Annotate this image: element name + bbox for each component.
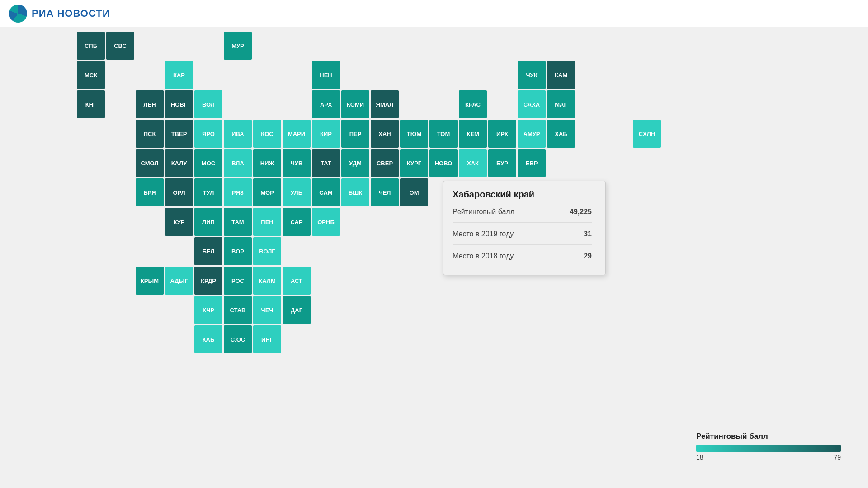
- cell-om[interactable]: ОМ: [400, 178, 428, 206]
- cell-arh[interactable]: АРХ: [312, 90, 340, 118]
- cell-mur[interactable]: МУР: [224, 32, 252, 60]
- cell-kos[interactable]: КОС: [253, 120, 281, 148]
- tooltip-label-2019: Место в 2019 году: [453, 230, 514, 238]
- cell-spb[interactable]: СПБ: [77, 32, 105, 60]
- cell-sos[interactable]: С.ОС: [224, 325, 252, 353]
- tooltip-box: Хабаровский край Рейтинговый балл 49,225…: [443, 181, 606, 275]
- cell-chel[interactable]: ЧЕЛ: [371, 178, 399, 206]
- cell-sam[interactable]: САМ: [312, 178, 340, 206]
- cell-krym[interactable]: КРЫМ: [136, 267, 164, 295]
- tooltip-title: Хабаровский край: [453, 189, 592, 200]
- cell-kurg[interactable]: КУРГ: [400, 149, 428, 177]
- cell-bur[interactable]: БУР: [488, 149, 516, 177]
- cell-kem[interactable]: КЕМ: [459, 120, 487, 148]
- cell-kng[interactable]: КНГ: [77, 90, 105, 118]
- header: РИА НОВОСТИ: [0, 0, 868, 27]
- cell-volg[interactable]: ВОЛГ: [253, 237, 281, 265]
- cell-orl[interactable]: ОРЛ: [165, 178, 193, 206]
- cell-lip[interactable]: ЛИП: [194, 208, 222, 236]
- cell-bry[interactable]: БРЯ: [136, 178, 164, 206]
- map-container: СПБСВСМУРМСККАРНЕНЧУККАМКНГЛЕННОВГВОЛАРХ…: [72, 32, 868, 488]
- cell-yaro[interactable]: ЯРО: [194, 120, 222, 148]
- cell-vor[interactable]: ВОР: [224, 237, 252, 265]
- cell-tver[interactable]: ТВЕР: [165, 120, 193, 148]
- cell-novo[interactable]: НОВО: [429, 149, 458, 177]
- cell-kar[interactable]: КАР: [165, 61, 193, 89]
- cell-tat[interactable]: ТАТ: [312, 149, 340, 177]
- cell-novg[interactable]: НОВГ: [165, 90, 193, 118]
- cell-iva[interactable]: ИВА: [224, 120, 252, 148]
- cell-chuv[interactable]: ЧУВ: [283, 149, 311, 177]
- cell-han[interactable]: ХАН: [371, 120, 399, 148]
- legend-title: Рейтинговый балл: [696, 432, 841, 441]
- legend-labels: 18 79: [696, 454, 841, 461]
- cell-nen[interactable]: НЕН: [312, 61, 340, 89]
- cell-ul[interactable]: УЛЬ: [283, 178, 311, 206]
- cell-kchr[interactable]: КЧР: [194, 296, 222, 324]
- cell-hab[interactable]: ХАБ: [547, 120, 575, 148]
- tooltip-label-2018: Место в 2018 году: [453, 252, 514, 260]
- cell-tom[interactable]: ТОМ: [429, 120, 458, 148]
- tooltip-label-score: Рейтинговый балл: [453, 208, 514, 216]
- cell-per[interactable]: ПЕР: [341, 120, 369, 148]
- cell-dag[interactable]: ДАГ: [283, 296, 311, 324]
- cell-ornb[interactable]: ОРНБ: [312, 208, 340, 236]
- cell-mor[interactable]: МОР: [253, 178, 281, 206]
- cell-skln[interactable]: СXЛН: [633, 120, 661, 148]
- cell-evr[interactable]: ЕВР: [518, 149, 546, 177]
- cell-bel[interactable]: БЕЛ: [194, 237, 222, 265]
- cell-amur[interactable]: АМУР: [518, 120, 546, 148]
- cell-sver[interactable]: СВЕР: [371, 149, 399, 177]
- cell-pen[interactable]: ПЕН: [253, 208, 281, 236]
- cell-krdr[interactable]: КРДР: [194, 267, 222, 295]
- tooltip-value-2019: 31: [584, 230, 592, 238]
- cell-yamal[interactable]: ЯМАЛ: [371, 90, 399, 118]
- logo-text: РИА НОВОСТИ: [32, 8, 110, 19]
- cell-len[interactable]: ЛЕН: [136, 90, 164, 118]
- cell-mos[interactable]: МОС: [194, 149, 222, 177]
- legend-max: 79: [834, 454, 841, 461]
- cell-irk[interactable]: ИРК: [488, 120, 516, 148]
- cell-mari[interactable]: МАРИ: [283, 120, 311, 148]
- cell-ing[interactable]: ИНГ: [253, 325, 281, 353]
- tooltip-value-2018: 29: [584, 252, 592, 260]
- cell-kalu[interactable]: КАЛУ: [165, 149, 193, 177]
- cell-tyum[interactable]: ТЮМ: [400, 120, 428, 148]
- cell-kras[interactable]: КРАС: [459, 90, 487, 118]
- logo-icon: [9, 5, 27, 23]
- cell-chech[interactable]: ЧЕЧ: [253, 296, 281, 324]
- cell-svs[interactable]: СВС: [106, 32, 134, 60]
- cell-komi[interactable]: КОМИ: [341, 90, 369, 118]
- cell-udm[interactable]: УДМ: [341, 149, 369, 177]
- cell-stav[interactable]: СТАВ: [224, 296, 252, 324]
- cell-kalm[interactable]: КАЛМ: [253, 267, 281, 295]
- cell-kab[interactable]: КАБ: [194, 325, 222, 353]
- cell-psk[interactable]: ПСК: [136, 120, 164, 148]
- legend-bar: [696, 445, 841, 452]
- cell-bshk[interactable]: БШК: [341, 178, 369, 206]
- cell-tam[interactable]: ТАМ: [224, 208, 252, 236]
- cell-vol[interactable]: ВОЛ: [194, 90, 222, 118]
- cell-kam[interactable]: КАМ: [547, 61, 575, 89]
- cell-kir[interactable]: КИР: [312, 120, 340, 148]
- cell-chuk[interactable]: ЧУК: [518, 61, 546, 89]
- tooltip-row-2018: Место в 2018 году 29: [453, 252, 592, 267]
- cell-ros[interactable]: РОС: [224, 267, 252, 295]
- cell-msk[interactable]: МСК: [77, 61, 105, 89]
- cell-ast[interactable]: АСТ: [283, 267, 311, 295]
- cell-tul[interactable]: ТУЛ: [194, 178, 222, 206]
- cell-vla[interactable]: ВЛА: [224, 149, 252, 177]
- cell-sar[interactable]: САР: [283, 208, 311, 236]
- cell-nizh[interactable]: НИЖ: [253, 149, 281, 177]
- legend: Рейтинговый балл 18 79: [696, 432, 841, 461]
- cell-kur[interactable]: КУР: [165, 208, 193, 236]
- tooltip-row-score: Рейтинговый балл 49,225: [453, 208, 592, 223]
- cell-smol[interactable]: СМОЛ: [136, 149, 164, 177]
- cell-ryz[interactable]: РЯЗ: [224, 178, 252, 206]
- cell-adyg[interactable]: АДЫГ: [165, 267, 193, 295]
- cell-mag[interactable]: МАГ: [547, 90, 575, 118]
- legend-min: 18: [696, 454, 703, 461]
- tooltip-value-score: 49,225: [570, 208, 592, 216]
- cell-hak[interactable]: ХАК: [459, 149, 487, 177]
- cell-saha[interactable]: САХА: [518, 90, 546, 118]
